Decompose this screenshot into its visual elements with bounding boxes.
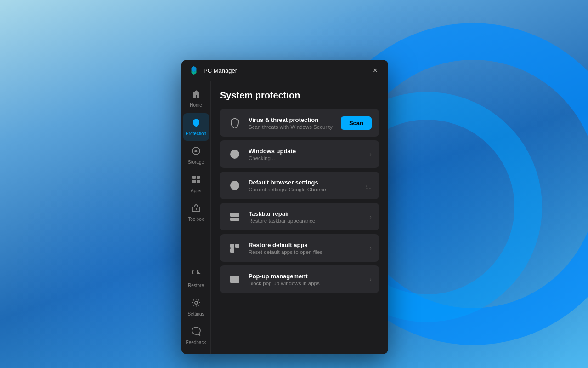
sidebar-item-feedback[interactable]: Feedback — [183, 322, 209, 350]
protection-icon — [192, 118, 201, 129]
card-virus-action: Scan — [341, 116, 372, 130]
toolbox-icon — [192, 203, 201, 215]
card-virus-subtitle: Scan threats with Windows Security — [249, 124, 334, 130]
restore-icon — [192, 270, 201, 281]
taskbar-icon — [227, 209, 242, 224]
window-body: Home Protection Storage — [181, 81, 388, 354]
card-update-title: Windows update — [249, 148, 363, 155]
sidebar-label-feedback: Feedback — [186, 340, 206, 345]
sidebar-label-apps: Apps — [191, 188, 201, 193]
card-taskbar-repair[interactable]: Taskbar repair Restore taskbar appearanc… — [220, 203, 379, 230]
sidebar-label-home: Home — [190, 103, 202, 108]
card-browser-title: Default browser settings — [249, 179, 359, 186]
browser-icon — [227, 178, 242, 193]
card-virus-text: Virus & threat protection Scan threats w… — [249, 116, 334, 130]
card-browser-subtitle: Current settings: Google Chrome — [249, 187, 359, 192]
sidebar-label-storage: Storage — [188, 160, 204, 165]
svg-point-1 — [195, 150, 197, 152]
svg-rect-4 — [192, 180, 196, 183]
card-restore-apps[interactable]: Restore default apps Reset default apps … — [220, 234, 379, 262]
svg-rect-16 — [230, 248, 234, 253]
card-windows-update[interactable]: Windows update Checking... › — [220, 140, 379, 168]
svg-rect-12 — [230, 218, 239, 221]
windows-update-icon — [227, 147, 242, 161]
pc-manager-window: PC Manager – ✕ Home Protection — [181, 60, 388, 354]
restore-apps-icon — [227, 241, 242, 255]
card-taskbar-title: Taskbar repair — [249, 210, 363, 217]
settings-icon — [192, 298, 201, 310]
card-virus-threat[interactable]: Virus & threat protection Scan threats w… — [220, 109, 379, 137]
home-icon — [192, 89, 201, 101]
app-logo-icon — [189, 65, 199, 75]
popup-icon — [227, 272, 242, 287]
close-button[interactable]: ✕ — [370, 66, 381, 75]
window-controls: – ✕ — [355, 66, 381, 75]
titlebar: PC Manager – ✕ — [181, 60, 388, 81]
card-taskbar-chevron: › — [369, 213, 372, 220]
card-restore-apps-text: Restore default apps Reset default apps … — [249, 242, 363, 255]
card-browser-text: Default browser settings Current setting… — [249, 179, 359, 192]
svg-rect-18 — [232, 280, 236, 282]
svg-rect-13 — [230, 213, 239, 217]
svg-rect-14 — [230, 244, 234, 248]
card-update-text: Windows update Checking... — [249, 148, 363, 161]
svg-rect-5 — [197, 180, 200, 183]
minimize-button[interactable]: – — [355, 66, 364, 75]
sidebar-label-restore: Restore — [188, 283, 204, 288]
card-taskbar-text: Taskbar repair Restore taskbar appearanc… — [249, 210, 363, 224]
sidebar-label-settings: Settings — [187, 311, 204, 316]
scan-button[interactable]: Scan — [341, 116, 372, 130]
svg-rect-15 — [235, 244, 239, 248]
window-title: PC Manager — [204, 67, 355, 74]
card-update-chevron: › — [369, 150, 372, 158]
card-restore-apps-chevron: › — [369, 244, 372, 252]
sidebar-label-protection: Protection — [186, 131, 206, 136]
sidebar-item-toolbox[interactable]: Toolbox — [183, 199, 209, 226]
card-update-subtitle: Checking... — [249, 155, 363, 161]
card-virus-title: Virus & threat protection — [249, 116, 334, 123]
sidebar-item-restore[interactable]: Restore — [183, 265, 209, 293]
storage-icon — [192, 146, 201, 158]
apps-icon — [192, 175, 201, 186]
svg-rect-2 — [192, 176, 196, 179]
page-title: System protection — [220, 90, 379, 101]
svg-rect-17 — [230, 276, 239, 283]
feedback-icon — [192, 327, 201, 338]
card-popup-management[interactable]: Pop-up management Block pop-up windows i… — [220, 265, 379, 293]
main-content: System protection Virus & threat protect… — [211, 81, 388, 354]
svg-rect-3 — [197, 176, 200, 179]
sidebar-item-settings[interactable]: Settings — [183, 293, 209, 321]
card-taskbar-subtitle: Restore taskbar appearance — [249, 218, 363, 224]
card-restore-apps-subtitle: Reset default apps to open files — [249, 249, 363, 255]
virus-icon — [227, 115, 242, 130]
sidebar-label-toolbox: Toolbox — [188, 217, 204, 222]
card-default-browser[interactable]: Default browser settings Current setting… — [220, 172, 379, 199]
card-popup-subtitle: Block pop-up windows in apps — [249, 281, 363, 286]
card-restore-apps-title: Restore default apps — [249, 242, 363, 248]
card-popup-title: Pop-up management — [249, 273, 363, 280]
sidebar-item-storage[interactable]: Storage — [183, 142, 209, 169]
sidebar-item-home[interactable]: Home — [183, 85, 209, 112]
svg-point-10 — [233, 181, 237, 190]
card-popup-text: Pop-up management Block pop-up windows i… — [249, 273, 363, 286]
svg-point-8 — [195, 301, 198, 304]
card-browser-external-icon: ⬚ — [366, 182, 372, 189]
sidebar-item-protection[interactable]: Protection — [183, 113, 209, 141]
sidebar-item-apps[interactable]: Apps — [183, 170, 209, 198]
sidebar: Home Protection Storage — [181, 81, 211, 354]
card-popup-chevron: › — [369, 276, 372, 283]
